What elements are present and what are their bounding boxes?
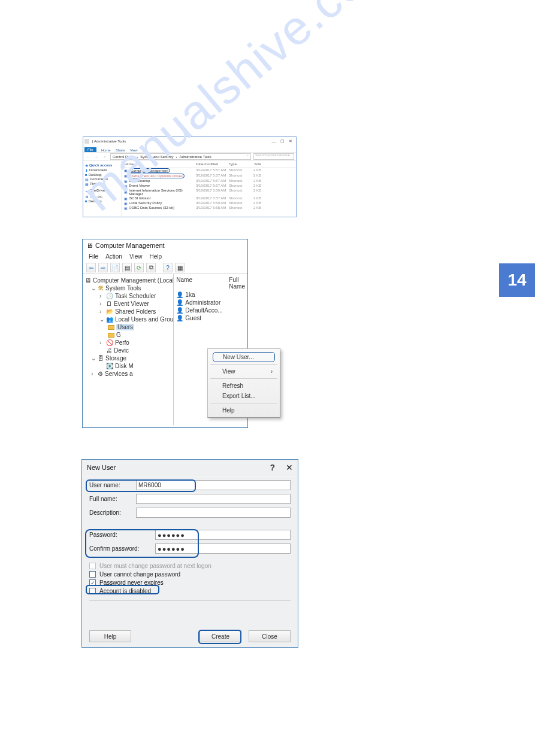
toolbar-refresh-button[interactable]: ⟳	[134, 263, 144, 272]
toolbar-up-button[interactable]: 📄	[110, 263, 120, 272]
tree-storage[interactable]: ⌄🗄Storage	[85, 354, 172, 362]
checkbox-icon[interactable]	[89, 571, 96, 578]
user-list-row[interactable]: 👤1ka	[176, 291, 245, 299]
tree-label: System Tools	[105, 285, 141, 292]
col-fullname[interactable]: Full Name	[229, 277, 245, 290]
checkbox-icon	[89, 563, 96, 569]
tree-system-tools[interactable]: ⌄🛠System Tools	[85, 284, 172, 292]
list-header[interactable]: Name Full Name	[176, 277, 245, 291]
ribbon-view-tab[interactable]: View	[130, 148, 138, 152]
menu-item-refresh[interactable]: Refresh	[209, 381, 279, 391]
label-confirm-password: Confirm password:	[89, 545, 155, 552]
user-list-row[interactable]: 👤DefaultAcco...	[176, 306, 245, 314]
breadcrumb-seg[interactable]: System and Security	[140, 155, 173, 159]
menu-item-view[interactable]: View›	[209, 366, 279, 377]
description-field[interactable]	[136, 508, 291, 518]
explorer-search-input[interactable]: Search Administrative ...	[253, 153, 294, 160]
tree-performance[interactable]: ›🚫Perfo	[85, 339, 172, 347]
breadcrumb[interactable]: Control Panel› System and Security› Admi…	[110, 153, 251, 160]
user-list-row[interactable]: 👤Administrator	[176, 299, 245, 306]
sidebar-item-this-pc[interactable]: 🖥This PC	[85, 195, 119, 199]
toolbar-back-button[interactable]: ⇦	[86, 263, 96, 272]
checkbox-icon[interactable]: ✓	[89, 579, 96, 586]
chapter-tab: 14	[499, 263, 535, 297]
file-name: Internet Information Services (IIS) Mana…	[129, 189, 196, 196]
sidebar-item-quick-access[interactable]: ★Quick access	[85, 163, 119, 168]
tree-services[interactable]: ›⚙Services a	[85, 370, 172, 378]
tree-local-users-groups[interactable]: ⌄👥Local Users and Groups	[85, 315, 172, 323]
ribbon-home-tab[interactable]: Home	[101, 148, 111, 152]
toolbar-forward-button[interactable]: ⇨	[98, 263, 108, 272]
label-user-name: User name:	[89, 482, 136, 488]
dialog-help-button[interactable]: ?	[270, 463, 275, 472]
nav-fwd-button[interactable]: →	[93, 154, 99, 160]
password-field[interactable]: ●●●●●●	[155, 530, 291, 540]
maximize-button[interactable]: ▢	[278, 138, 286, 145]
close-button[interactable]: ✕	[286, 138, 295, 145]
menu-item-help[interactable]: Help	[209, 405, 279, 415]
ribbon-share-tab[interactable]: Share	[116, 148, 125, 152]
col-name[interactable]: Name	[176, 277, 229, 290]
menu-help[interactable]: Help	[149, 253, 162, 260]
dialog-close-button[interactable]: ✕	[286, 463, 293, 472]
menu-action[interactable]: Action	[105, 253, 122, 260]
file-row[interactable]: ▣Internet Information Services (IIS) Man…	[122, 188, 296, 196]
menu-separator	[210, 378, 277, 379]
tree-task-scheduler[interactable]: ›🕒Task Scheduler	[85, 292, 172, 300]
file-list-header[interactable]: Name Date modified Type Size	[122, 161, 296, 168]
file-row[interactable]: ▣iSCSI Initiator3/19/2017 5:57 AMShortcu…	[122, 196, 296, 201]
tree-root[interactable]: 🖥Computer Management (Local	[85, 277, 172, 284]
help-button[interactable]: Help	[89, 630, 131, 642]
col-type[interactable]: Type	[229, 162, 248, 166]
menu-item-export[interactable]: Export List...	[209, 391, 279, 401]
tree-shared-folders[interactable]: ›📂Shared Folders	[85, 308, 172, 315]
sidebar-item-downloads[interactable]: ⬇Downloads	[85, 168, 119, 172]
checkbox-icon[interactable]	[89, 588, 96, 594]
tree-event-viewer[interactable]: ›🗒Event Viewer	[85, 300, 172, 308]
toolbar-views-button[interactable]: ▦	[175, 263, 185, 272]
nav-up-button[interactable]: ↑	[102, 154, 108, 160]
toolbar-export-button[interactable]: ⧉	[146, 263, 156, 272]
tree-device-manager[interactable]: 🖨Devic	[85, 347, 172, 354]
minimize-button[interactable]: —	[270, 138, 278, 145]
menu-file[interactable]: File	[89, 253, 98, 260]
tree-disk-mgmt[interactable]: 💽Disk M	[85, 362, 172, 370]
tree-groups[interactable]: G	[85, 331, 172, 339]
menu-view[interactable]: View	[129, 253, 143, 260]
col-date[interactable]: Date modified	[196, 162, 229, 166]
file-row[interactable]: ▣Event Viewer3/19/2017 5:57 AMShortcut2 …	[122, 183, 296, 188]
menu-item-new-user[interactable]: New User...	[213, 352, 275, 362]
users-icon: 👥	[106, 316, 113, 323]
event-icon: 🗒	[106, 300, 112, 307]
breadcrumb-seg[interactable]: Control Panel	[113, 155, 134, 159]
toolbar-help-button[interactable]: ?	[163, 263, 173, 272]
col-size[interactable]: Size	[248, 162, 261, 166]
full-name-field[interactable]	[136, 494, 291, 504]
file-row[interactable]: ▣Defragment and Optimize Drives3/19/2017…	[122, 173, 296, 178]
close-button[interactable]: Close	[249, 630, 291, 642]
check-cannot-change[interactable]: User cannot change password	[89, 571, 291, 578]
sidebar-item-desktop[interactable]: ■Desktop	[85, 172, 119, 177]
tree-users[interactable]: Users	[85, 323, 172, 331]
file-row[interactable]: ▣ODBC Data Sources (32-bit)3/19/2017 5:5…	[122, 205, 296, 210]
nav-back-button[interactable]: ←	[85, 154, 91, 160]
user-list-row[interactable]: 👤Guest	[176, 314, 245, 322]
mmc-tree: 🖥Computer Management (Local ⌄🛠System Too…	[83, 274, 173, 425]
file-row[interactable]: ▣Disk Cleanup3/19/2017 5:57 AMShortcut2 …	[122, 178, 296, 183]
sidebar-item-documents[interactable]: ▤Documents	[85, 177, 119, 181]
breadcrumb-dropdown-icon[interactable]: ˅	[247, 154, 249, 159]
toolbar-props-button[interactable]: ▤	[122, 263, 132, 272]
file-row[interactable]: ▣Local Security Policy3/19/2017 5:59 AMS…	[122, 201, 296, 205]
check-account-disabled[interactable]: Account is disabled	[89, 588, 291, 594]
user-name-field[interactable]: MR6000	[136, 480, 291, 490]
check-never-expires[interactable]: ✓ Password never expires	[89, 579, 291, 586]
create-button[interactable]: Create	[200, 630, 241, 642]
sidebar-item-pictures[interactable]: ▦Pictures	[85, 181, 119, 186]
breadcrumb-seg[interactable]: Administrative Tools	[179, 155, 211, 159]
sidebar-item-desktop-2[interactable]: ■Desktop	[85, 199, 119, 203]
ribbon-file-tab[interactable]: File	[84, 147, 96, 152]
col-name[interactable]: Name	[124, 162, 196, 166]
sidebar-item-onedrive[interactable]: ☁OneDrive	[85, 188, 119, 193]
file-row[interactable]: ▣Computer Management3/19/2017 5:57 AMSho…	[122, 168, 296, 173]
confirm-password-field[interactable]: ●●●●●●	[155, 544, 291, 554]
